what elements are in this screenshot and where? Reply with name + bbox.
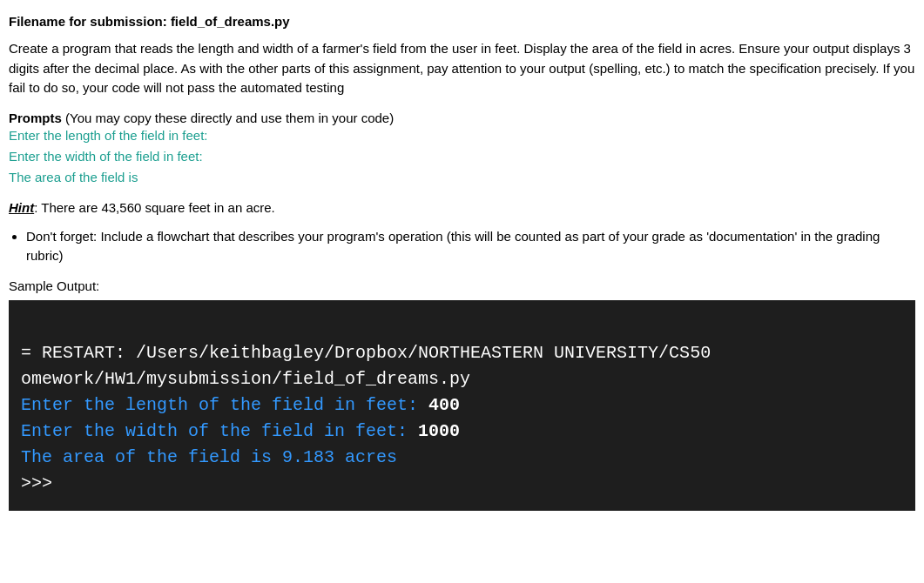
prompt-1: Enter the length of the field in feet: (9, 128, 208, 143)
prompt-3: The area of the field is (9, 170, 138, 184)
prompts-label: Prompts (9, 111, 62, 125)
prompts-section: Prompts (You may copy these directly and… (9, 111, 915, 188)
bullet-item-1: Don't forget: Include a flowchart that d… (26, 227, 915, 266)
code-line5: The area of the field is 9.183 acres (21, 447, 397, 467)
code-line3-value: 400 (428, 395, 460, 415)
bullet-list: Don't forget: Include a flowchart that d… (9, 227, 915, 266)
hint-label: Hint (9, 200, 34, 215)
description-text: Create a program that reads the length a… (9, 39, 915, 98)
prompts-note: (You may copy these directly and use the… (62, 111, 394, 125)
code-cursor: >>> (21, 473, 52, 493)
hint-section: Hint: There are 43,560 square feet in an… (9, 200, 915, 215)
filename-line: Filename for submission: field_of_dreams… (9, 14, 915, 29)
code-block: = RESTART: /Users/keithbagley/Dropbox/NO… (9, 300, 915, 511)
code-line3-prompt: Enter the length of the field in feet: (21, 395, 428, 415)
code-line4-value: 1000 (418, 421, 460, 441)
code-restart-line: = RESTART: /Users/keithbagley/Dropbox/NO… (21, 343, 711, 363)
sample-output-label: Sample Output: (9, 278, 915, 293)
code-line4-prompt: Enter the width of the field in feet: (21, 421, 418, 441)
prompt-2: Enter the width of the field in feet: (9, 149, 203, 164)
code-line2: omework/HW1/mysubmission/field_of_dreams… (21, 369, 470, 389)
hint-text: : There are 43,560 square feet in an acr… (34, 200, 275, 215)
